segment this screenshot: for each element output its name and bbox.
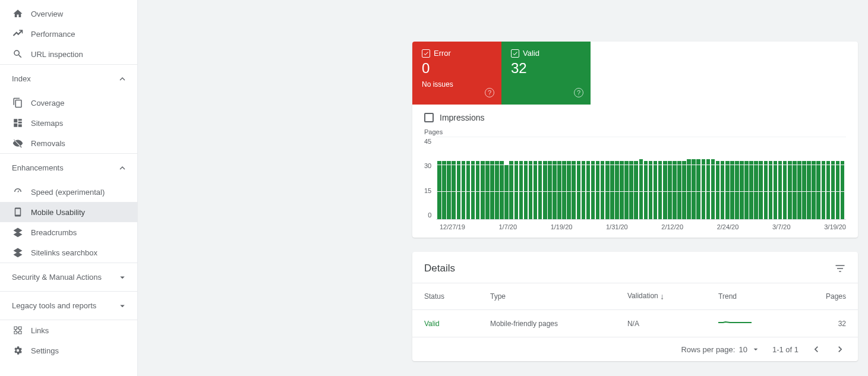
impressions-toggle[interactable]: Impressions [412,105,858,128]
chart-bar [476,161,480,219]
tile-label: Valid [523,49,539,58]
chart-xaxis: 12/27/191/7/201/19/201/31/202/12/202/24/… [424,220,846,230]
breadcrumbs-icon [12,226,24,238]
cell-validation: N/A [616,310,706,337]
chart-bar [658,161,662,219]
sidebar-item-sitelinks-searchbox[interactable]: Sitelinks searchbox [0,242,137,263]
sidebar-item-label: Removals [31,139,65,148]
sidebar-item-label: Speed (experimental) [31,188,105,197]
sidebar-item-coverage[interactable]: Coverage [0,93,137,113]
chart-bar [515,161,519,219]
chart-bar [668,161,672,219]
pager: Rows per page: 10 1-1 of 1 [412,337,858,361]
chart-bar [797,161,801,219]
sidebar-section-security[interactable]: Security & Manual Actions [0,263,137,291]
col-validation[interactable]: Validation ↓ [616,283,706,310]
sidebar-section-enhancements[interactable]: Enhancements [0,153,137,182]
chart-bar [812,161,816,219]
sidebar-item-label: Coverage [31,99,64,108]
performance-icon [12,28,24,40]
filter-icon[interactable] [834,263,846,274]
home-icon [12,8,24,20]
tile-count: 0 [422,60,492,77]
sidebar-item-settings[interactable]: Settings [0,340,137,361]
chart-bar [841,161,845,219]
sidebar-item-performance[interactable]: Performance [0,24,137,44]
chevron-up-icon [117,163,128,173]
xtick: 12/27/19 [440,223,465,230]
chart-bar [481,161,485,219]
help-icon[interactable]: ? [574,88,583,97]
col-type[interactable]: Type [478,283,616,310]
chart-bar [692,159,696,219]
next-page-button[interactable] [834,343,846,355]
chart-bar [529,161,533,219]
cell-status: Valid [412,310,478,337]
section-title: Enhancements [12,163,64,172]
xtick: 2/12/20 [661,223,683,230]
sidebar-item-links[interactable]: Links [0,320,137,340]
chart-bar [682,161,686,219]
chart-bar [654,161,658,219]
chart-yaxis: 4530150 [424,137,436,220]
chevron-down-icon [117,272,128,283]
details-title: Details [424,263,455,274]
sidebar-item-sitemaps[interactable]: Sitemaps [0,113,137,133]
col-trend[interactable]: Trend [706,283,792,310]
section-title: Legacy tools and reports [12,301,96,310]
xtick: 2/24/20 [717,223,739,230]
sidebar-item-label: Sitelinks searchbox [31,248,97,257]
sidebar-section-index[interactable]: Index [0,64,137,93]
sidebar-item-breadcrumbs[interactable]: Breadcrumbs [0,222,137,242]
sidebar-item-url-inspection[interactable]: URL inspection [0,44,137,64]
summary-card: Error 0 No issues ? Valid 32 ? Impressio… [412,42,858,238]
ytick: 15 [424,187,431,194]
chart-bar [572,161,576,219]
sitelinks-icon [12,247,24,258]
chart-bar [519,161,523,219]
links-icon [12,324,24,336]
chart-bar [500,161,504,219]
help-icon[interactable]: ? [485,88,494,97]
cell-trend [706,310,792,337]
sidebar-item-speed[interactable]: Speed (experimental) [0,182,137,202]
chart-bar [437,161,441,219]
chart-bar [730,161,734,219]
error-tile[interactable]: Error 0 No issues ? [412,42,501,105]
chart-bar [740,161,744,219]
details-table: Status Type Validation ↓ Trend Pages Val… [412,283,858,337]
sidebar-item-mobile-usability[interactable]: Mobile Usability [0,202,137,222]
chart-bar [495,161,499,219]
col-pages[interactable]: Pages [792,283,858,310]
valid-tile[interactable]: Valid 32 ? [501,42,591,105]
rows-per-page[interactable]: Rows per page: 10 [681,345,760,354]
tile-count: 32 [511,60,581,77]
chart-bar [649,161,653,219]
rows-value: 10 [738,345,747,354]
chart-bar [749,161,753,219]
ytick: 30 [424,162,431,169]
sidebar-section-legacy[interactable]: Legacy tools and reports [0,291,137,320]
sidebar-item-label: URL inspection [31,50,83,59]
chart-bar [610,161,614,219]
sidebar-item-overview[interactable]: Overview [0,4,137,24]
cell-pages: 32 [792,310,858,337]
chart-bar [663,161,667,219]
chart-bar [567,161,571,219]
chevron-down-icon [117,301,128,311]
chart-bar [673,161,677,219]
sidebar-item-removals[interactable]: Removals [0,133,137,153]
col-status[interactable]: Status [412,283,478,310]
chart-bar [702,159,706,219]
chart-bar [557,161,561,219]
chart-bar [793,161,797,219]
ytick: 0 [428,211,431,219]
chart-bar [452,161,456,219]
sidebar-item-label: Settings [31,346,59,355]
chart-bar [725,161,730,219]
chart-bar [744,161,749,219]
table-row[interactable]: Valid Mobile-friendly pages N/A 32 [412,310,858,337]
chart-bar [769,161,773,219]
speed-icon [12,186,24,198]
prev-page-button[interactable] [810,343,822,355]
